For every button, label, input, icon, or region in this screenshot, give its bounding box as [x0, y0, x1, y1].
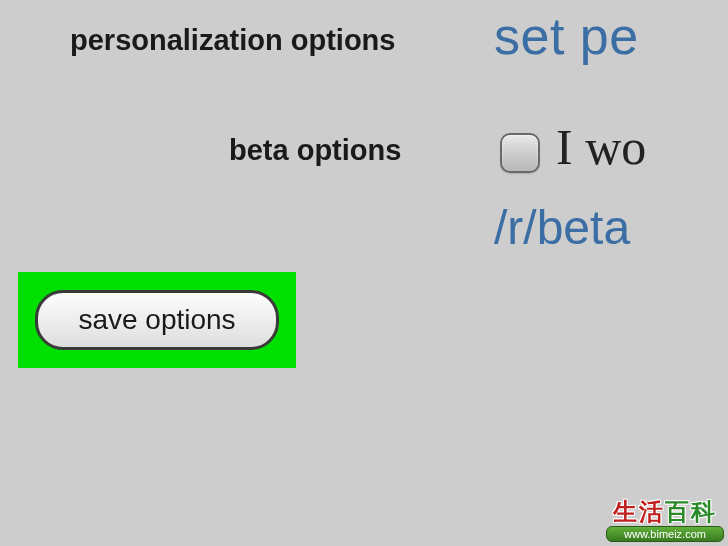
beta-options-label: beta options: [229, 134, 401, 167]
personalization-options-label: personalization options: [70, 24, 395, 57]
preferences-page: personalization options set pe beta opti…: [0, 0, 728, 546]
save-button-highlight: save options: [18, 272, 296, 368]
beta-opt-in-text-fragment: I wo: [556, 118, 646, 176]
beta-opt-in-checkbox[interactable]: [500, 133, 540, 173]
r-beta-link[interactable]: /r/beta: [494, 200, 630, 255]
watermark-url: www.bimeiz.com: [606, 526, 724, 542]
watermark-title-part2: 百科: [665, 498, 717, 525]
watermark-title: 生活百科: [606, 500, 724, 524]
watermark-title-part1: 生活: [613, 498, 665, 525]
watermark: 生活百科 www.bimeiz.com: [606, 500, 724, 542]
set-personalization-link[interactable]: set pe: [494, 6, 639, 66]
save-options-button[interactable]: save options: [35, 290, 279, 350]
